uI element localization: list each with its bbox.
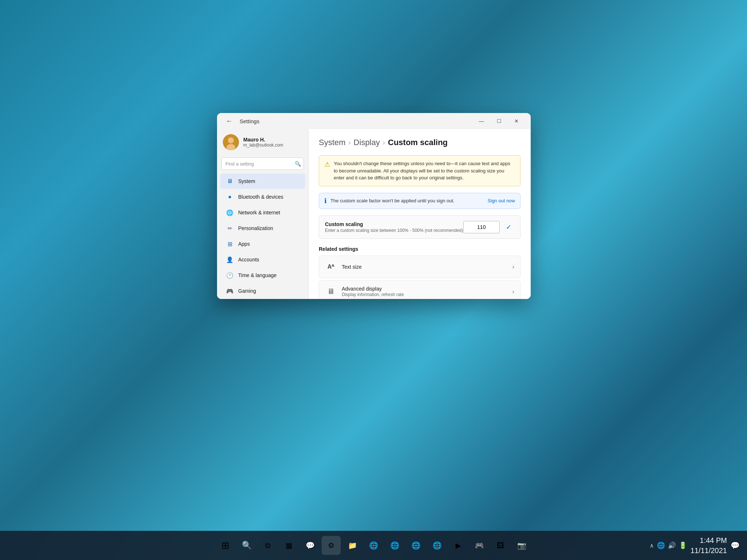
warning-banner: ⚠ You shouldn't change these settings un… (319, 155, 520, 186)
maximize-button[interactable]: ☐ (491, 115, 507, 127)
taskbar-center: ⊞ 🔍 ⧉ ▦ 💬 ⚙ 📁 🌐 🌐 🌐 🌐 ▶ 🎮 🖼 📷 (216, 536, 531, 555)
clock-time: 1:44 PM (690, 535, 727, 545)
scaling-input[interactable] (463, 221, 500, 233)
taskbar-edge4[interactable]: 🌐 (427, 536, 446, 555)
sidebar-label-personalization: Personalization (238, 225, 273, 231)
sidebar-item-bluetooth[interactable]: ● Bluetooth & devices (220, 189, 305, 205)
close-button[interactable]: ✕ (508, 115, 525, 127)
user-email: m_lab@outlook.com (243, 143, 283, 148)
sign-out-link[interactable]: Sign out now (488, 198, 515, 203)
scaling-confirm-button[interactable]: ✓ (503, 221, 514, 233)
clock-date: 11/11/2021 (690, 545, 727, 556)
minimize-button[interactable]: — (473, 115, 490, 127)
taskbar-edge2[interactable]: 🌐 (385, 536, 404, 555)
info-banner: ℹ The custom scale factor won't be appli… (319, 193, 520, 209)
taskbar-search[interactable]: 🔍 (237, 536, 256, 555)
advanced-display-icon: 🖥 (325, 286, 337, 298)
sidebar-item-system[interactable]: 🖥 System (220, 174, 305, 189)
accounts-icon: 👤 (226, 256, 234, 264)
custom-scaling-section: Custom scaling Enter a custom scaling si… (319, 215, 520, 239)
tray-volume[interactable]: 🔊 (668, 541, 676, 549)
taskbar: ⊞ 🔍 ⧉ ▦ 💬 ⚙ 📁 🌐 🌐 🌐 🌐 ▶ 🎮 🖼 📷 ∧ 🌐 🔊 🔋 (0, 531, 747, 560)
info-text: The custom scale factor won't be applied… (330, 198, 454, 203)
user-name: Mauro H. (243, 137, 283, 143)
time-icon: 🕐 (226, 271, 234, 279)
taskbar-chat[interactable]: 💬 (301, 536, 320, 555)
title-bar: ← Settings — ☐ ✕ (217, 113, 531, 129)
scaling-input-group: ✓ (463, 221, 514, 233)
advanced-display-desc: Display information, refresh rate (342, 292, 507, 297)
network-icon: 🌐 (226, 209, 234, 217)
window-controls: — ☐ ✕ (473, 115, 525, 127)
breadcrumb-display[interactable]: Display (353, 138, 380, 147)
system-icon: 🖥 (226, 177, 234, 185)
sidebar-label-system: System (238, 178, 255, 184)
info-banner-left: ℹ The custom scale factor won't be appli… (324, 197, 454, 205)
text-size-icon: Aᴬ (325, 261, 337, 273)
window-title: Settings (240, 118, 259, 124)
advanced-display-chevron: › (512, 288, 514, 295)
sidebar-item-apps[interactable]: ⊞ Apps (220, 236, 305, 252)
svg-point-1 (228, 137, 234, 143)
setting-row-text-size[interactable]: Aᴬ Text size › (319, 256, 520, 278)
sidebar-item-network[interactable]: 🌐 Network & internet (220, 205, 305, 220)
taskbar-camera[interactable]: 📷 (512, 536, 531, 555)
notification-icon[interactable]: 💬 (731, 541, 740, 550)
tray-network[interactable]: 🌐 (657, 541, 665, 549)
advanced-display-content: Advanced display Display information, re… (342, 286, 507, 297)
text-size-chevron: › (512, 264, 514, 270)
text-size-title: Text size (342, 264, 507, 270)
taskbar-terminal[interactable]: ▶ (449, 536, 468, 555)
search-input[interactable] (221, 158, 304, 170)
search-icon: 🔍 (295, 161, 301, 167)
sys-tray: ∧ 🌐 🔊 🔋 (650, 541, 687, 549)
related-settings-title: Related settings (319, 246, 520, 252)
breadcrumb: System › Display › Custom scaling (319, 138, 520, 147)
clock[interactable]: 1:44 PM 11/11/2021 (690, 535, 727, 556)
warning-text: You shouldn't change these settings unle… (334, 160, 515, 182)
sidebar: Mauro H. m_lab@outlook.com 🔍 🖥 System (217, 129, 308, 299)
taskbar-photos[interactable]: 🖼 (491, 536, 510, 555)
back-button[interactable]: ← (223, 116, 235, 127)
start-button[interactable]: ⊞ (216, 536, 235, 555)
scaling-label-group: Custom scaling Enter a custom scaling si… (325, 221, 463, 233)
content-area: System › Display › Custom scaling ⚠ You … (308, 129, 531, 299)
sidebar-item-accounts[interactable]: 👤 Accounts (220, 252, 305, 267)
apps-icon: ⊞ (226, 240, 234, 248)
taskbar-explorer[interactable]: 📁 (343, 536, 362, 555)
sidebar-item-personalization[interactable]: ✏ Personalization (220, 221, 305, 236)
tray-battery[interactable]: 🔋 (679, 541, 687, 549)
breadcrumb-system[interactable]: System (319, 138, 345, 147)
user-profile[interactable]: Mauro H. m_lab@outlook.com (217, 129, 308, 155)
taskbar-settings[interactable]: ⚙ (322, 536, 341, 555)
sidebar-item-time[interactable]: 🕐 Time & language (220, 268, 305, 283)
taskbar-edge3[interactable]: 🌐 (406, 536, 425, 555)
tray-chevron[interactable]: ∧ (650, 542, 654, 549)
sidebar-label-gaming: Gaming (238, 288, 256, 294)
taskbar-xbox[interactable]: 🎮 (470, 536, 489, 555)
sidebar-item-gaming[interactable]: 🎮 Gaming (220, 283, 305, 299)
sidebar-label-network: Network & internet (238, 210, 280, 215)
scaling-desc: Enter a custom scaling size between 100%… (325, 228, 463, 233)
sidebar-label-accounts: Accounts (238, 257, 259, 262)
taskbar-edge[interactable]: 🌐 (364, 536, 383, 555)
sidebar-label-time: Time & language (238, 272, 276, 278)
settings-window: ← Settings — ☐ ✕ (217, 113, 531, 299)
breadcrumb-sep-1: › (348, 139, 351, 147)
scaling-label: Custom scaling (325, 221, 463, 227)
window-body: Mauro H. m_lab@outlook.com 🔍 🖥 System (217, 129, 531, 299)
avatar (223, 134, 239, 150)
sidebar-label-apps: Apps (238, 241, 250, 247)
taskbar-taskview[interactable]: ⧉ (258, 536, 277, 555)
warning-icon: ⚠ (324, 160, 330, 182)
gaming-icon: 🎮 (226, 287, 234, 295)
title-bar-left: ← Settings (223, 116, 259, 127)
info-icon: ℹ (324, 197, 327, 205)
sidebar-nav: 🖥 System ● Bluetooth & devices 🌐 Network… (217, 174, 308, 299)
breadcrumb-sep-2: › (383, 139, 385, 147)
taskbar-widgets[interactable]: ▦ (279, 536, 298, 555)
setting-row-advanced-display[interactable]: 🖥 Advanced display Display information, … (319, 280, 520, 299)
user-info: Mauro H. m_lab@outlook.com (243, 137, 283, 148)
bluetooth-icon: ● (226, 193, 234, 201)
desktop: ← Settings — ☐ ✕ (0, 0, 747, 560)
